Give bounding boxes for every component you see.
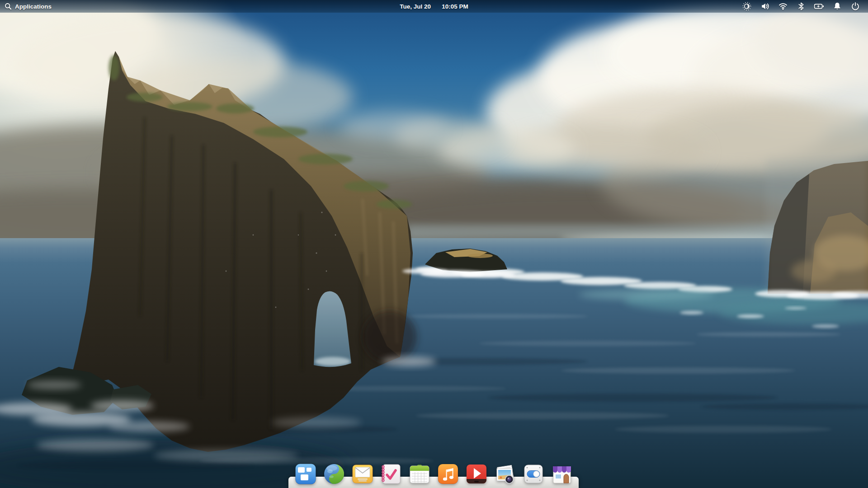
dock-item-mail[interactable] <box>352 463 373 485</box>
sound-icon <box>760 1 770 11</box>
music-icon <box>437 463 459 485</box>
dock-item-photos[interactable] <box>494 463 516 485</box>
sound-indicator[interactable] <box>756 0 774 13</box>
dock-item-multitasking[interactable] <box>295 463 316 485</box>
calendar-icon <box>409 463 430 485</box>
dock-item-web[interactable] <box>323 463 345 485</box>
system-settings-icon <box>523 463 544 485</box>
datetime-button[interactable]: Tue, Jul 20 10:05 PM <box>394 0 473 13</box>
night-light-indicator[interactable] <box>738 0 756 13</box>
multitasking-view-icon <box>295 463 316 485</box>
videos-icon <box>466 463 487 485</box>
distant-cliff <box>755 158 868 300</box>
wifi-indicator[interactable] <box>774 0 792 13</box>
indicator-area <box>738 0 868 13</box>
web-browser-icon <box>323 463 345 485</box>
applications-label: Applications <box>15 3 52 10</box>
wifi-icon <box>778 1 788 11</box>
search-icon <box>5 3 12 10</box>
dock-item-tasks[interactable] <box>380 463 402 485</box>
bluetooth-indicator[interactable] <box>792 0 810 13</box>
wallpaper-image <box>0 0 868 488</box>
power-indicator[interactable] <box>846 0 864 13</box>
dock <box>288 463 579 488</box>
battery-indicator[interactable] <box>810 0 828 13</box>
power-icon <box>850 1 860 11</box>
dock-item-videos[interactable] <box>466 463 487 485</box>
mail-icon <box>352 463 373 485</box>
dock-item-calendar[interactable] <box>409 463 430 485</box>
dock-item-appcenter[interactable] <box>551 463 573 485</box>
appcenter-icon <box>551 463 573 485</box>
applications-menu-button[interactable]: Applications <box>0 0 56 13</box>
notifications-indicator[interactable] <box>828 0 846 13</box>
bluetooth-icon <box>796 1 806 11</box>
top-panel: Applications Tue, Jul 20 10:05 PM <box>0 0 868 13</box>
notifications-icon <box>832 1 842 11</box>
photos-icon <box>494 463 516 485</box>
dock-item-settings[interactable] <box>523 463 544 485</box>
dock-item-music[interactable] <box>437 463 459 485</box>
dock-icons-row <box>288 463 579 485</box>
battery-charging-icon <box>814 1 825 11</box>
tasks-icon <box>380 463 402 485</box>
panel-date: Tue, Jul 20 <box>400 3 431 10</box>
night-light-icon <box>742 1 752 11</box>
panel-time: 10:05 PM <box>442 3 468 10</box>
